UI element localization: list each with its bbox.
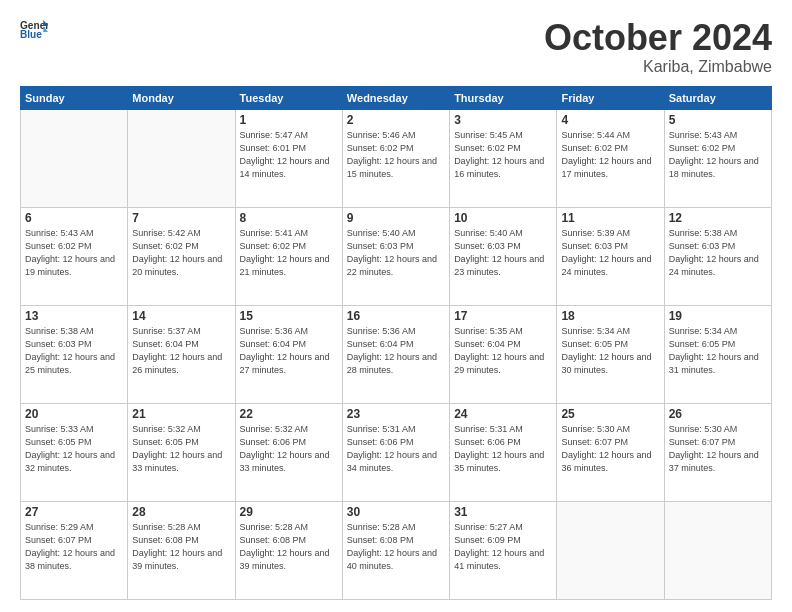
table-row: 5Sunrise: 5:43 AM Sunset: 6:02 PM Daylig… <box>664 109 771 207</box>
table-row: 14Sunrise: 5:37 AM Sunset: 6:04 PM Dayli… <box>128 305 235 403</box>
day-info: Sunrise: 5:31 AM Sunset: 6:06 PM Dayligh… <box>454 423 552 475</box>
table-row: 18Sunrise: 5:34 AM Sunset: 6:05 PM Dayli… <box>557 305 664 403</box>
day-info: Sunrise: 5:45 AM Sunset: 6:02 PM Dayligh… <box>454 129 552 181</box>
day-number: 5 <box>669 113 767 127</box>
day-info: Sunrise: 5:38 AM Sunset: 6:03 PM Dayligh… <box>25 325 123 377</box>
table-row: 7Sunrise: 5:42 AM Sunset: 6:02 PM Daylig… <box>128 207 235 305</box>
day-number: 11 <box>561 211 659 225</box>
calendar-table: Sunday Monday Tuesday Wednesday Thursday… <box>20 86 772 600</box>
day-info: Sunrise: 5:29 AM Sunset: 6:07 PM Dayligh… <box>25 521 123 573</box>
day-info: Sunrise: 5:31 AM Sunset: 6:06 PM Dayligh… <box>347 423 445 475</box>
table-row: 21Sunrise: 5:32 AM Sunset: 6:05 PM Dayli… <box>128 403 235 501</box>
day-number: 28 <box>132 505 230 519</box>
col-sunday: Sunday <box>21 86 128 109</box>
day-number: 20 <box>25 407 123 421</box>
page: General Blue October 2024 Kariba, Zimbab… <box>0 0 792 612</box>
day-info: Sunrise: 5:40 AM Sunset: 6:03 PM Dayligh… <box>454 227 552 279</box>
table-row: 10Sunrise: 5:40 AM Sunset: 6:03 PM Dayli… <box>450 207 557 305</box>
day-info: Sunrise: 5:35 AM Sunset: 6:04 PM Dayligh… <box>454 325 552 377</box>
day-info: Sunrise: 5:28 AM Sunset: 6:08 PM Dayligh… <box>347 521 445 573</box>
table-row: 17Sunrise: 5:35 AM Sunset: 6:04 PM Dayli… <box>450 305 557 403</box>
table-row: 15Sunrise: 5:36 AM Sunset: 6:04 PM Dayli… <box>235 305 342 403</box>
day-info: Sunrise: 5:32 AM Sunset: 6:05 PM Dayligh… <box>132 423 230 475</box>
table-row <box>128 109 235 207</box>
table-row: 24Sunrise: 5:31 AM Sunset: 6:06 PM Dayli… <box>450 403 557 501</box>
day-number: 24 <box>454 407 552 421</box>
day-number: 22 <box>240 407 338 421</box>
day-info: Sunrise: 5:27 AM Sunset: 6:09 PM Dayligh… <box>454 521 552 573</box>
day-info: Sunrise: 5:34 AM Sunset: 6:05 PM Dayligh… <box>669 325 767 377</box>
day-number: 27 <box>25 505 123 519</box>
day-number: 15 <box>240 309 338 323</box>
location-title: Kariba, Zimbabwe <box>544 58 772 76</box>
day-info: Sunrise: 5:36 AM Sunset: 6:04 PM Dayligh… <box>240 325 338 377</box>
table-row: 27Sunrise: 5:29 AM Sunset: 6:07 PM Dayli… <box>21 501 128 599</box>
day-info: Sunrise: 5:30 AM Sunset: 6:07 PM Dayligh… <box>669 423 767 475</box>
table-row: 29Sunrise: 5:28 AM Sunset: 6:08 PM Dayli… <box>235 501 342 599</box>
logo-icon: General Blue <box>20 18 48 40</box>
day-number: 19 <box>669 309 767 323</box>
calendar-week-row: 27Sunrise: 5:29 AM Sunset: 6:07 PM Dayli… <box>21 501 772 599</box>
month-title: October 2024 <box>544 18 772 58</box>
table-row: 22Sunrise: 5:32 AM Sunset: 6:06 PM Dayli… <box>235 403 342 501</box>
day-info: Sunrise: 5:42 AM Sunset: 6:02 PM Dayligh… <box>132 227 230 279</box>
day-info: Sunrise: 5:38 AM Sunset: 6:03 PM Dayligh… <box>669 227 767 279</box>
table-row <box>557 501 664 599</box>
day-number: 9 <box>347 211 445 225</box>
table-row: 3Sunrise: 5:45 AM Sunset: 6:02 PM Daylig… <box>450 109 557 207</box>
calendar-week-row: 13Sunrise: 5:38 AM Sunset: 6:03 PM Dayli… <box>21 305 772 403</box>
col-thursday: Thursday <box>450 86 557 109</box>
day-info: Sunrise: 5:41 AM Sunset: 6:02 PM Dayligh… <box>240 227 338 279</box>
day-number: 12 <box>669 211 767 225</box>
table-row: 26Sunrise: 5:30 AM Sunset: 6:07 PM Dayli… <box>664 403 771 501</box>
day-info: Sunrise: 5:33 AM Sunset: 6:05 PM Dayligh… <box>25 423 123 475</box>
day-info: Sunrise: 5:46 AM Sunset: 6:02 PM Dayligh… <box>347 129 445 181</box>
title-block: October 2024 Kariba, Zimbabwe <box>544 18 772 76</box>
day-info: Sunrise: 5:43 AM Sunset: 6:02 PM Dayligh… <box>669 129 767 181</box>
table-row: 6Sunrise: 5:43 AM Sunset: 6:02 PM Daylig… <box>21 207 128 305</box>
day-info: Sunrise: 5:28 AM Sunset: 6:08 PM Dayligh… <box>132 521 230 573</box>
day-info: Sunrise: 5:37 AM Sunset: 6:04 PM Dayligh… <box>132 325 230 377</box>
day-number: 23 <box>347 407 445 421</box>
table-row: 16Sunrise: 5:36 AM Sunset: 6:04 PM Dayli… <box>342 305 449 403</box>
table-row: 1Sunrise: 5:47 AM Sunset: 6:01 PM Daylig… <box>235 109 342 207</box>
day-info: Sunrise: 5:40 AM Sunset: 6:03 PM Dayligh… <box>347 227 445 279</box>
day-number: 3 <box>454 113 552 127</box>
table-row: 30Sunrise: 5:28 AM Sunset: 6:08 PM Dayli… <box>342 501 449 599</box>
day-number: 26 <box>669 407 767 421</box>
day-number: 7 <box>132 211 230 225</box>
table-row: 13Sunrise: 5:38 AM Sunset: 6:03 PM Dayli… <box>21 305 128 403</box>
day-info: Sunrise: 5:30 AM Sunset: 6:07 PM Dayligh… <box>561 423 659 475</box>
col-monday: Monday <box>128 86 235 109</box>
table-row: 19Sunrise: 5:34 AM Sunset: 6:05 PM Dayli… <box>664 305 771 403</box>
col-tuesday: Tuesday <box>235 86 342 109</box>
day-info: Sunrise: 5:34 AM Sunset: 6:05 PM Dayligh… <box>561 325 659 377</box>
day-number: 10 <box>454 211 552 225</box>
logo: General Blue <box>20 18 48 40</box>
svg-text:Blue: Blue <box>20 29 42 40</box>
day-number: 17 <box>454 309 552 323</box>
table-row: 11Sunrise: 5:39 AM Sunset: 6:03 PM Dayli… <box>557 207 664 305</box>
calendar-week-row: 1Sunrise: 5:47 AM Sunset: 6:01 PM Daylig… <box>21 109 772 207</box>
day-number: 16 <box>347 309 445 323</box>
day-info: Sunrise: 5:36 AM Sunset: 6:04 PM Dayligh… <box>347 325 445 377</box>
day-number: 4 <box>561 113 659 127</box>
col-saturday: Saturday <box>664 86 771 109</box>
day-info: Sunrise: 5:43 AM Sunset: 6:02 PM Dayligh… <box>25 227 123 279</box>
table-row: 31Sunrise: 5:27 AM Sunset: 6:09 PM Dayli… <box>450 501 557 599</box>
table-row: 2Sunrise: 5:46 AM Sunset: 6:02 PM Daylig… <box>342 109 449 207</box>
day-number: 2 <box>347 113 445 127</box>
table-row <box>664 501 771 599</box>
day-number: 21 <box>132 407 230 421</box>
calendar-week-row: 20Sunrise: 5:33 AM Sunset: 6:05 PM Dayli… <box>21 403 772 501</box>
day-number: 25 <box>561 407 659 421</box>
day-number: 31 <box>454 505 552 519</box>
day-number: 29 <box>240 505 338 519</box>
table-row: 25Sunrise: 5:30 AM Sunset: 6:07 PM Dayli… <box>557 403 664 501</box>
day-number: 30 <box>347 505 445 519</box>
day-number: 13 <box>25 309 123 323</box>
day-info: Sunrise: 5:28 AM Sunset: 6:08 PM Dayligh… <box>240 521 338 573</box>
day-info: Sunrise: 5:39 AM Sunset: 6:03 PM Dayligh… <box>561 227 659 279</box>
table-row: 9Sunrise: 5:40 AM Sunset: 6:03 PM Daylig… <box>342 207 449 305</box>
day-number: 8 <box>240 211 338 225</box>
